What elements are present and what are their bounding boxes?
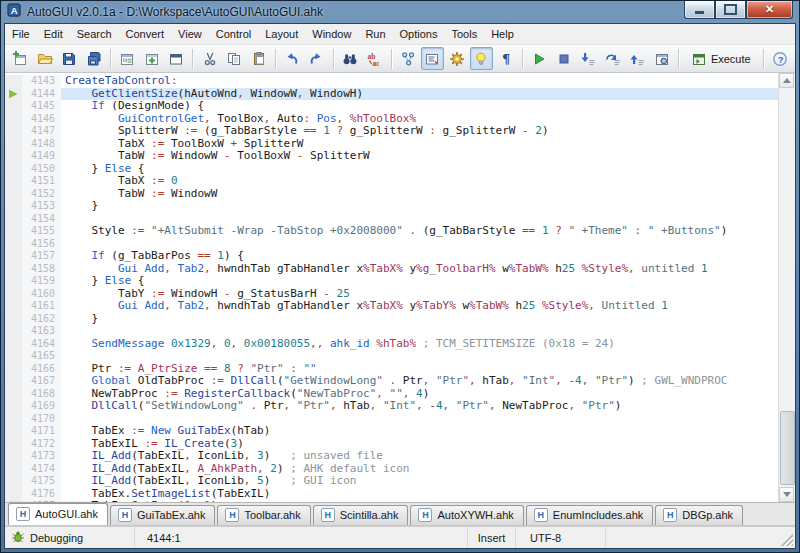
line-number[interactable]: 4153 bbox=[22, 200, 61, 213]
line-number[interactable]: 4170 bbox=[22, 413, 61, 426]
marker-margin[interactable] bbox=[5, 250, 22, 263]
save-all-icon[interactable] bbox=[82, 47, 104, 70]
line-number[interactable]: 4152 bbox=[22, 188, 61, 201]
marker-margin[interactable] bbox=[5, 413, 22, 426]
marker-margin[interactable] bbox=[5, 138, 22, 151]
form-designer-icon[interactable] bbox=[116, 47, 138, 70]
line-number[interactable]: 4174 bbox=[22, 463, 61, 476]
marker-margin[interactable] bbox=[5, 325, 22, 338]
marker-margin[interactable] bbox=[5, 150, 22, 163]
marker-margin[interactable] bbox=[5, 263, 22, 276]
menu-options[interactable]: Options bbox=[393, 25, 445, 43]
line-number[interactable]: 4163 bbox=[22, 325, 61, 338]
menu-edit[interactable]: Edit bbox=[37, 25, 70, 43]
marker-margin[interactable] bbox=[5, 300, 22, 313]
line-number[interactable]: 4145 bbox=[22, 100, 61, 113]
new-control-icon[interactable] bbox=[140, 47, 162, 70]
line-number[interactable]: 4149 bbox=[22, 150, 61, 163]
menu-tools[interactable]: Tools bbox=[444, 25, 484, 43]
marker-margin[interactable] bbox=[5, 163, 22, 176]
marker-margin[interactable] bbox=[5, 313, 22, 326]
marker-margin[interactable] bbox=[5, 88, 22, 101]
menu-run[interactable]: Run bbox=[358, 25, 392, 43]
marker-margin[interactable] bbox=[5, 438, 22, 451]
step-over-icon[interactable] bbox=[601, 47, 623, 70]
scrollbar-thumb[interactable] bbox=[780, 411, 795, 485]
line-number[interactable]: 4158 bbox=[22, 263, 61, 276]
menu-help[interactable]: Help bbox=[484, 25, 521, 43]
marker-margin[interactable] bbox=[5, 100, 22, 113]
marker-margin[interactable] bbox=[5, 188, 22, 201]
run-icon[interactable] bbox=[528, 47, 550, 70]
marker-margin[interactable] bbox=[5, 288, 22, 301]
menu-convert[interactable]: Convert bbox=[119, 25, 172, 43]
line-number[interactable]: 4150 bbox=[22, 163, 61, 176]
line-number[interactable]: 4161 bbox=[22, 300, 61, 313]
resize-grip[interactable] bbox=[781, 534, 793, 546]
marker-margin[interactable] bbox=[5, 225, 22, 238]
marker-margin[interactable] bbox=[5, 475, 22, 488]
marker-margin[interactable] bbox=[5, 363, 22, 376]
open-file-icon[interactable] bbox=[33, 47, 55, 70]
copy-icon[interactable] bbox=[223, 47, 245, 70]
menu-file[interactable]: File bbox=[5, 25, 37, 43]
redo-icon[interactable] bbox=[305, 47, 327, 70]
code-line-4152[interactable]: 4152 TabW := WindowW bbox=[5, 188, 779, 201]
doc-tab-autoxywh-ahk[interactable]: HAutoXYWH.ahk bbox=[410, 505, 523, 525]
close-button[interactable]: ✕ bbox=[746, 1, 793, 19]
doc-tab-dbgp-ahk[interactable]: HDBGp.ahk bbox=[655, 505, 743, 525]
marker-margin[interactable] bbox=[5, 463, 22, 476]
line-number[interactable]: 4151 bbox=[22, 175, 61, 188]
line-number[interactable]: 4165 bbox=[22, 350, 61, 363]
line-number[interactable]: 4172 bbox=[22, 438, 61, 451]
doc-tab-autogui-ahk[interactable]: HAutoGUI.ahk bbox=[8, 503, 108, 525]
line-number[interactable]: 4144 bbox=[22, 88, 61, 101]
scroll-up-arrow[interactable] bbox=[779, 73, 794, 88]
line-number[interactable]: 4146 bbox=[22, 113, 61, 126]
save-icon[interactable] bbox=[58, 47, 80, 70]
marker-margin[interactable] bbox=[5, 125, 22, 138]
line-number[interactable]: 4169 bbox=[22, 400, 61, 413]
marker-margin[interactable] bbox=[5, 375, 22, 388]
marker-margin[interactable] bbox=[5, 213, 22, 226]
marker-margin[interactable] bbox=[5, 488, 22, 501]
line-number[interactable]: 4162 bbox=[22, 313, 61, 326]
line-number[interactable]: 4173 bbox=[22, 450, 61, 463]
line-number[interactable]: 4143 bbox=[22, 75, 61, 88]
code-editor[interactable]: 4143CreateTabControl:4144 GetClientSize(… bbox=[5, 73, 795, 503]
marker-margin[interactable] bbox=[5, 75, 22, 88]
window-preview-icon[interactable] bbox=[165, 47, 187, 70]
title-bar[interactable]: A AutoGUI v2.0.1a - D:\Workspace\AutoGUI… bbox=[1, 1, 799, 23]
line-number[interactable]: 4155 bbox=[22, 225, 61, 238]
menu-search[interactable]: Search bbox=[70, 25, 119, 43]
marker-margin[interactable] bbox=[5, 275, 22, 288]
suggestions-icon[interactable] bbox=[470, 47, 492, 70]
menu-window[interactable]: Window bbox=[305, 25, 358, 43]
marker-margin[interactable] bbox=[5, 200, 22, 213]
doc-tab-toolbar-ahk[interactable]: HToolbar.ahk bbox=[217, 505, 310, 525]
code-line-4162[interactable]: 4162 } bbox=[5, 313, 779, 326]
debug-script-icon[interactable] bbox=[650, 47, 672, 70]
marker-margin[interactable] bbox=[5, 238, 22, 251]
help-icon[interactable]: ? bbox=[769, 47, 791, 70]
stop-icon[interactable] bbox=[553, 47, 575, 70]
line-number[interactable]: 4176 bbox=[22, 488, 61, 501]
vertical-scrollbar[interactable] bbox=[778, 73, 795, 502]
code-line-4177[interactable]: 4177 TabEx.SetIcon(1, 1) bbox=[5, 500, 779, 503]
line-number[interactable]: 4166 bbox=[22, 363, 61, 376]
marker-margin[interactable] bbox=[5, 113, 22, 126]
cut-icon[interactable] bbox=[198, 47, 220, 70]
line-number[interactable]: 4148 bbox=[22, 138, 61, 151]
find-icon[interactable] bbox=[339, 47, 361, 70]
step-out-icon[interactable] bbox=[626, 47, 648, 70]
doc-tab-scintilla-ahk[interactable]: HScintilla.ahk bbox=[313, 505, 409, 525]
marker-margin[interactable] bbox=[5, 400, 22, 413]
minimize-button[interactable] bbox=[684, 1, 715, 19]
menu-control[interactable]: Control bbox=[209, 25, 258, 43]
code-line-4164[interactable]: 4164 SendMessage 0x1329, 0, 0x00180055,,… bbox=[5, 338, 779, 351]
toolbox-toggle-icon[interactable] bbox=[421, 47, 443, 70]
paste-icon[interactable] bbox=[247, 47, 269, 70]
code-line-4155[interactable]: 4155 Style := "+AltSubmit -Wrap -TabStop… bbox=[5, 225, 779, 238]
line-number[interactable]: 4168 bbox=[22, 388, 61, 401]
script-tree-icon[interactable] bbox=[397, 47, 419, 70]
